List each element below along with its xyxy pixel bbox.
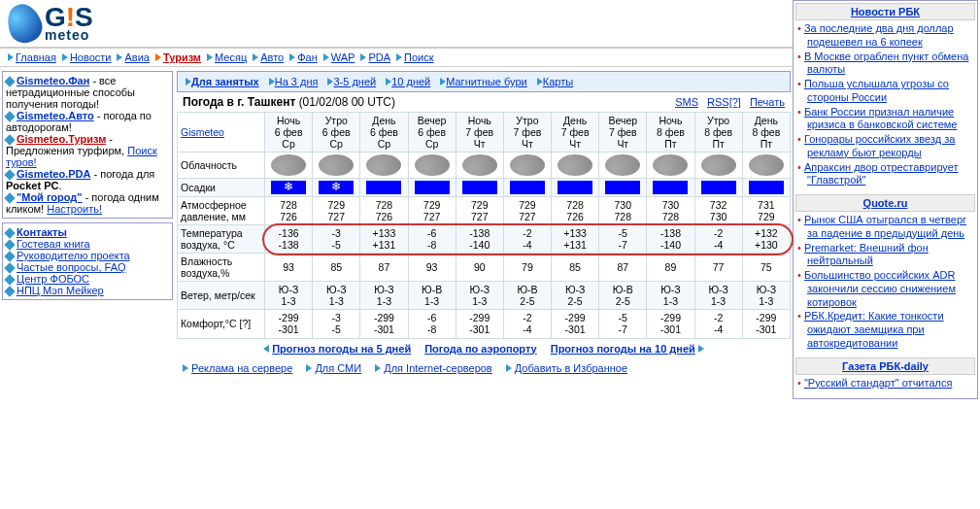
subnav-item[interactable]: Карты (543, 76, 573, 87)
row-comfort: Комфорт,°С [?] (178, 310, 265, 338)
news-item[interactable]: Premarket: Внешний фон нейтральный (804, 242, 929, 267)
nav-arrow-icon (360, 53, 366, 61)
row-temp: Температура воздуха, °C (178, 225, 265, 254)
subnav-item[interactable]: Для занятых (191, 76, 259, 87)
cloud-icon (462, 154, 497, 176)
news-item[interactable]: Польша услышала угрозы со стороны России (804, 78, 949, 103)
nav-arrow-icon (62, 53, 68, 61)
news-item[interactable]: РБК.Кредит: Какие тонкости ожидают заемщ… (804, 310, 944, 349)
nav-поиск[interactable]: Поиск (404, 51, 433, 63)
nav-авто[interactable]: Авто (260, 51, 284, 63)
sidebar-item[interactable]: "Мой город" (17, 191, 83, 203)
nav-arrow-icon (375, 364, 381, 372)
nav-arrow-icon (8, 53, 14, 61)
footer-small-link[interactable]: Для СМИ (315, 362, 361, 374)
col-header: Ночь6 февСр (265, 113, 313, 153)
arrow-right-icon (698, 345, 704, 353)
sub-nav: Для занятыхНа 3 дня3-5 дней10 днейМагнит… (177, 71, 791, 92)
footer-small-link[interactable]: Для Internet-серверов (384, 362, 492, 374)
news-header-link[interactable]: Новости РБК (851, 6, 920, 17)
sidebar-contacts: Контакты Гостевая книгаРуководителю прое… (2, 222, 173, 300)
sidebar-promo: Gismeteo.Фан - все нетрадиционные способ… (2, 71, 173, 219)
sms-link[interactable]: SMS (675, 96, 698, 108)
news-header-link[interactable]: Quote.ru (863, 197, 908, 209)
footer-link[interactable]: Прогноз погоды на 10 дней (551, 343, 695, 355)
nav-фан[interactable]: Фан (297, 51, 318, 63)
nav-главная[interactable]: Главная (16, 51, 56, 63)
news-item[interactable]: Рынок США отыгрался в четверг за падение… (804, 214, 966, 239)
sidebar-item[interactable]: Gismeteo.PDA (17, 168, 90, 180)
logo[interactable]: G!S meteo (0, 0, 101, 47)
news-item[interactable]: "Русский стандарт" отчитался (804, 377, 953, 389)
row-clouds: Облачность (178, 153, 265, 179)
cloud-icon (271, 154, 306, 176)
footer-link[interactable]: Погода по аэропорту (424, 343, 537, 355)
news-item[interactable]: Апраксин двор отреставрирует "Главстрой" (804, 161, 959, 187)
page-title: Погода в г. Ташкент (183, 95, 295, 109)
col-header: Вечер7 февЧт (599, 113, 647, 153)
sidebar-item[interactable]: Gismeteo.Авто (17, 110, 94, 121)
news-header: Quote.ru (795, 194, 975, 212)
precip-icon (271, 181, 306, 194)
nav-arrow-icon (183, 364, 188, 372)
nav-arrow-icon (396, 53, 402, 61)
precip-icon (558, 181, 592, 194)
nav-туризм[interactable]: Туризм (163, 51, 201, 63)
precip-icon (462, 181, 497, 194)
contact-link[interactable]: Руководителю проекта (17, 250, 130, 261)
contact-link[interactable]: НПЦ Мэп Мейкер (17, 285, 104, 296)
nav-arrow-icon (155, 53, 161, 61)
news-header: Газета РБК-daily (795, 357, 975, 375)
nav-arrow-icon (289, 53, 295, 61)
col-header: День6 февСр (360, 113, 408, 153)
row-precip: Осадки (178, 179, 265, 197)
cloud-icon (366, 154, 401, 176)
print-link[interactable]: Печать (750, 96, 785, 108)
subnav-item[interactable]: 10 дней (391, 76, 430, 87)
contacts-title[interactable]: Контакты (17, 226, 67, 238)
col-header: Вечер6 февСр (408, 113, 456, 153)
contact-link[interactable]: Частые вопросы, FAQ (17, 261, 126, 273)
news-item[interactable]: В Москве ограблен пункт обмена валюты (804, 51, 968, 76)
col-header: День7 февЧт (552, 113, 599, 153)
sidebar-extra-link[interactable]: Настроить! (47, 203, 102, 215)
contact-link[interactable]: Гостевая книга (17, 238, 90, 250)
precip-icon (605, 181, 640, 194)
news-sidebar: Новости РБКЗа последние два дня доллар п… (793, 0, 978, 399)
news-item[interactable]: Гонорары российских звезд за рекламу бью… (804, 133, 955, 158)
sidebar-item[interactable]: Gismeteo.Фан (17, 75, 89, 86)
gismeteo-col-link[interactable]: Gismeteo (181, 126, 224, 138)
nav-wap[interactable]: WAP (331, 51, 355, 63)
rss-link[interactable]: RSS[?] (707, 96, 741, 108)
nav-pda[interactable]: PDA (368, 51, 390, 63)
news-item[interactable]: За последние два дня доллар подешевел на… (804, 22, 954, 48)
news-item[interactable]: Большинство российских ADR закончили сес… (804, 269, 956, 308)
news-item[interactable]: Банк России признал наличие кризиса в ба… (804, 106, 958, 131)
precip-icon (415, 181, 450, 194)
footer-link[interactable]: Прогноз погоды на 5 дней (272, 343, 411, 355)
subnav-item[interactable]: Магнитные бури (446, 76, 527, 87)
col-header: Ночь8 февПт (647, 113, 694, 153)
news-header-link[interactable]: Газета РБК-daily (842, 360, 929, 372)
nav-месяц[interactable]: Месяц (215, 51, 247, 63)
col-header: Утро8 февПт (694, 113, 742, 153)
cloud-icon (415, 154, 450, 176)
row-pressure: Атмосферное давление, мм (178, 197, 265, 225)
contact-link[interactable]: Центр ФОБОС (17, 273, 89, 285)
row-wind: Ветер, метр/сек (178, 282, 265, 310)
nav-новости[interactable]: Новости (70, 51, 112, 63)
logo-subtext: meteo (45, 29, 93, 42)
nav-arrow-icon (117, 53, 122, 61)
footer-small-link[interactable]: Добавить в Избранное (515, 362, 627, 374)
forecast-table: GismeteoНочь6 февСрУтро6 февСрДень6 февС… (177, 112, 791, 339)
nav-авиа[interactable]: Авиа (124, 51, 149, 63)
precip-icon (653, 181, 688, 194)
cloud-icon (558, 154, 592, 176)
subnav-item[interactable]: На 3 дня (275, 76, 319, 87)
sidebar-item[interactable]: Gismeteo.Туризм (17, 133, 106, 145)
cloud-icon (510, 154, 545, 176)
cloud-icon (605, 154, 640, 176)
footer-small-link[interactable]: Реклама на сервере (191, 362, 292, 374)
subnav-item[interactable]: 3-5 дней (333, 76, 376, 87)
nav-arrow-icon (207, 53, 213, 61)
